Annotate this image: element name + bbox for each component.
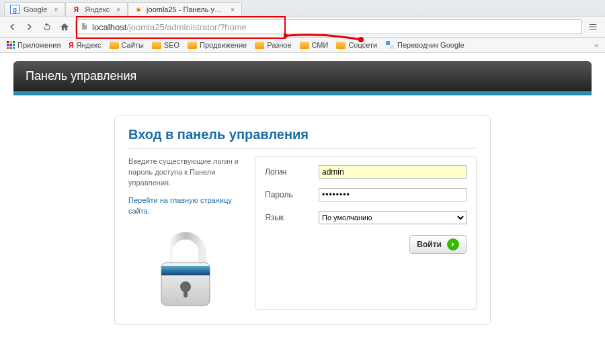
bookmark-label: Продвижение (200, 41, 247, 49)
bookmark-label: SEO (164, 41, 179, 49)
page-content: Панель управления Вход в панель управлен… (0, 53, 605, 364)
lock-icon (152, 229, 219, 310)
forward-button[interactable] (23, 20, 36, 34)
bookmark-label: Сайты (122, 41, 144, 49)
bookmark-misc[interactable]: Разное (255, 41, 291, 49)
tab-joomla[interactable]: ✶ joomla25 - Панель управ × (128, 2, 242, 16)
page-title: Панель управления (26, 69, 136, 83)
site-home-link[interactable]: Перейти на главную страницу сайта. (128, 195, 243, 217)
submit-label: Войти (417, 240, 442, 249)
google-favicon: g (10, 5, 19, 14)
close-icon[interactable]: × (231, 6, 235, 13)
bookmark-label: Яндекс (77, 41, 102, 49)
bookmark-label: Разное (267, 41, 291, 49)
svg-rect-1 (390, 45, 394, 49)
url-host: localhost (92, 22, 126, 32)
tab-strip: g Google × Я Яндекс × ✶ joomla25 - Панел… (0, 0, 605, 16)
browser-chrome: g Google × Я Яндекс × ✶ joomla25 - Панел… (0, 0, 605, 53)
folder-icon (152, 42, 161, 49)
login-label: Логин (265, 167, 319, 177)
apps-label: Приложения (17, 41, 61, 49)
tab-label: Яндекс (85, 5, 110, 13)
translate-icon (385, 40, 395, 50)
bookmark-yandex[interactable]: Я Яндекс (69, 41, 101, 49)
language-select[interactable]: По умолчанию (319, 211, 467, 224)
lock-illustration (128, 229, 243, 310)
svg-rect-4 (161, 266, 210, 275)
password-input[interactable] (319, 188, 467, 201)
bookmark-media[interactable]: СМИ (300, 41, 329, 49)
tab-yandex[interactable]: Я Яндекс × (65, 2, 128, 16)
apps-button[interactable]: Приложения (7, 41, 61, 49)
field-language: Язык По умолчанию (265, 211, 467, 224)
yandex-favicon: Я (71, 5, 81, 14)
login-description: Введите существующие логин и пароль дост… (128, 156, 243, 310)
submit-button[interactable]: Войти (409, 235, 467, 254)
bookmark-seo[interactable]: SEO (152, 41, 179, 49)
bookmark-label: СМИ (312, 41, 329, 49)
bookmark-sites[interactable]: Сайты (110, 41, 144, 49)
reload-button[interactable] (40, 20, 54, 34)
language-label: Язык (265, 213, 319, 222)
folder-icon (110, 42, 119, 49)
url-path: /joomla25/administrator/?home (126, 22, 246, 32)
login-form: Логин Пароль Язык По умолчанию (255, 156, 477, 310)
tab-label: Google (24, 5, 47, 13)
bookmark-social[interactable]: Соцсети (336, 41, 377, 49)
bookmark-label: Переводчик Google (397, 41, 465, 49)
login-panel: Вход в панель управления Введите существ… (114, 116, 491, 325)
address-bar[interactable]: localhost/joomla25/administrator/?home (75, 19, 582, 34)
toolbar: localhost/joomla25/administrator/?home (0, 16, 605, 38)
back-button[interactable] (5, 20, 19, 34)
bookmark-promo[interactable]: Продвижение (188, 41, 247, 49)
close-icon[interactable]: × (116, 6, 120, 13)
apps-icon (7, 41, 15, 49)
bookmark-translator[interactable]: Переводчик Google (385, 40, 465, 50)
folder-icon (255, 42, 264, 49)
login-intro-text: Введите существующие логин и пароль дост… (128, 157, 239, 187)
bookmark-label: Соцсети (348, 41, 377, 49)
close-icon[interactable]: × (54, 6, 58, 13)
login-title: Вход в панель управления (128, 127, 477, 148)
admin-header: Панель управления (13, 61, 592, 91)
chevron-right-icon[interactable]: » (594, 41, 598, 49)
login-input[interactable] (319, 165, 467, 179)
menu-button[interactable] (586, 20, 600, 34)
folder-icon (300, 42, 309, 49)
tab-label: joomla25 - Панель управ (147, 5, 224, 13)
svg-rect-0 (386, 41, 390, 45)
arrow-right-icon (447, 238, 459, 251)
tab-google[interactable]: g Google × (4, 2, 65, 16)
bookmarks-bar: Приложения Я Яндекс Сайты SEO Продвижени… (0, 38, 605, 53)
field-login: Логин (265, 165, 467, 179)
folder-icon (336, 42, 346, 49)
home-button[interactable] (58, 20, 71, 34)
admin-app: Панель управления Вход в панель управлен… (13, 61, 592, 352)
folder-icon (188, 42, 197, 49)
page-icon (80, 21, 88, 33)
joomla-favicon: ✶ (134, 5, 143, 14)
password-label: Пароль (265, 190, 319, 199)
yandex-icon: Я (69, 42, 73, 49)
field-password: Пароль (265, 188, 467, 201)
svg-rect-6 (184, 287, 188, 298)
admin-body: Вход в панель управления Введите существ… (13, 95, 592, 352)
